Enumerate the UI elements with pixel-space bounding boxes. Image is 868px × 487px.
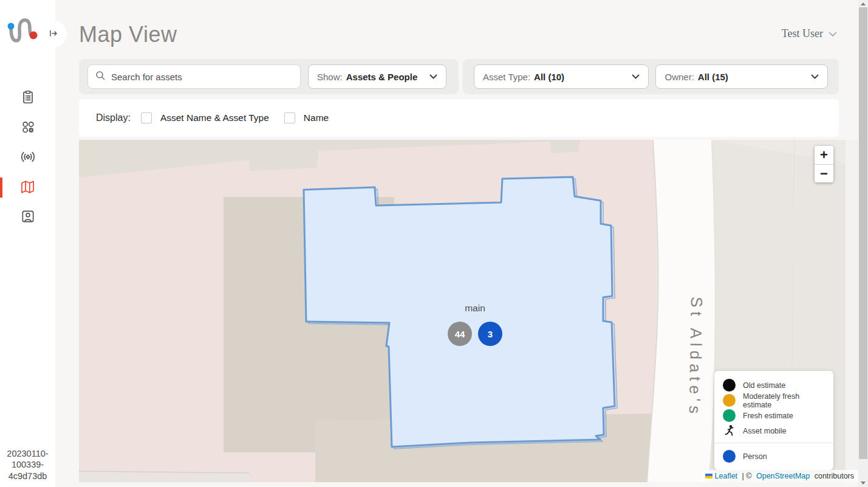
search-box: [87, 64, 301, 89]
chevron-down-icon: [429, 74, 437, 79]
chevron-down-icon: [811, 74, 819, 79]
zoom-out-button[interactable]: −: [815, 164, 833, 182]
beacon-icon: [20, 149, 36, 167]
asset-type-dropdown[interactable]: Asset Type: All (10): [474, 64, 649, 89]
sidebar-item-asset-types[interactable]: [0, 113, 55, 143]
scroll-down-arrow[interactable]: [861, 482, 866, 485]
sidebar-item-beacons[interactable]: [0, 143, 55, 173]
green-circle-marker: [723, 409, 736, 422]
people-cluster-badge[interactable]: 3: [478, 322, 502, 346]
display-option-name[interactable]: Name: [284, 112, 329, 123]
legend-item-person: Person: [714, 449, 833, 464]
map-zoom-control: + −: [815, 146, 833, 182]
attribution-separator: | ©: [740, 472, 754, 480]
leaflet-link[interactable]: Leaflet: [715, 472, 738, 480]
map-legend: Old estimate Moderately fresh estimate F…: [714, 371, 833, 470]
scroll-up-arrow[interactable]: [861, 2, 866, 5]
legend-label: Asset mobile: [743, 427, 787, 435]
chevron-down-icon: [632, 74, 640, 79]
street-label: St Aldate's: [686, 297, 706, 418]
page-scrollbar[interactable]: [858, 0, 868, 487]
asset-type-dropdown-value: All (10): [534, 72, 564, 82]
checkbox-unchecked[interactable]: [284, 112, 295, 123]
show-dropdown[interactable]: Show: Assets & People: [308, 64, 446, 89]
legend-item-old-estimate: Old estimate: [714, 378, 833, 393]
legend-label: Old estimate: [743, 381, 785, 390]
blue-circle-marker: [723, 450, 736, 463]
expand-arrow-icon: [48, 28, 59, 41]
map-attribution: Leaflet | © OpenStreetMap contributors: [702, 470, 858, 482]
categories-icon: [20, 119, 36, 137]
sidebar-item-map-view[interactable]: [0, 173, 55, 202]
map-icon: [19, 179, 36, 197]
display-options-card: Display: Asset Name & Asset Type Name: [79, 99, 839, 137]
openstreetmap-link[interactable]: OpenStreetMap: [756, 472, 810, 480]
asset-cluster-badge[interactable]: 44: [448, 322, 472, 346]
legend-label: Person: [743, 452, 767, 461]
owner-dropdown[interactable]: Owner: All (15): [655, 64, 828, 89]
logo-blue-dot: [8, 23, 15, 30]
people-cluster-count: 3: [488, 329, 493, 339]
orange-circle-marker: [723, 394, 736, 407]
asset-cluster-count: 44: [455, 329, 465, 339]
logo-red-dot: [30, 32, 38, 40]
clipboard-list-icon: [20, 89, 36, 107]
legend-item-asset-mobile: Asset mobile: [714, 423, 833, 438]
search-input[interactable]: [111, 72, 293, 82]
runner-icon: [723, 424, 736, 437]
filter-group-left: Show: Assets & People: [79, 59, 459, 94]
show-dropdown-value: Assets & People: [346, 72, 418, 82]
zoom-in-button[interactable]: +: [815, 146, 833, 164]
search-icon: [95, 71, 106, 83]
legend-item-moderately-fresh-estimate: Moderately fresh estimate: [714, 393, 833, 408]
attribution-suffix: contributors: [812, 472, 854, 480]
sidebar-item-people[interactable]: [0, 202, 55, 232]
checkbox-unchecked[interactable]: [141, 112, 152, 123]
app-window: 20230110-100339-4c9d73db Map View Test U…: [0, 0, 868, 487]
scrollbar-thumb[interactable]: [859, 7, 867, 459]
session-id: 20230110-100339-4c9d73db: [3, 448, 52, 482]
filter-group-right: Asset Type: All (10) Owner: All (15): [463, 59, 839, 94]
map-canvas[interactable]: St Aldate's main 44 3 + − Old estimate: [79, 140, 858, 482]
user-menu[interactable]: Test User: [782, 27, 837, 40]
owner-dropdown-value: All (15): [698, 72, 728, 82]
display-option-asset-name-type[interactable]: Asset Name & Asset Type: [141, 112, 269, 123]
app-logo: [5, 15, 43, 50]
legend-item-fresh-estimate: Fresh estimate: [714, 408, 833, 423]
checkbox-label: Asset Name & Asset Type: [160, 112, 269, 123]
show-dropdown-label: Show:: [317, 72, 343, 82]
user-card-icon: [20, 209, 36, 226]
checkbox-label: Name: [304, 112, 329, 123]
legend-divider: [714, 443, 833, 443]
black-circle-marker: [723, 379, 736, 392]
user-menu-label: Test User: [782, 27, 823, 40]
ukraine-flag-icon: [705, 474, 713, 478]
legend-label: Moderately fresh estimate: [743, 392, 825, 409]
building-name-label: main: [465, 303, 485, 313]
chevron-down-icon: [829, 27, 837, 40]
sidebar-expand-button[interactable]: [40, 21, 67, 47]
asset-type-dropdown-label: Asset Type:: [483, 72, 530, 82]
sidebar: 20230110-100339-4c9d73db: [0, 0, 55, 487]
sidebar-item-assets[interactable]: [0, 83, 55, 113]
display-label: Display:: [96, 112, 131, 123]
legend-label: Fresh estimate: [743, 412, 793, 420]
owner-dropdown-label: Owner:: [665, 72, 694, 82]
page-title: Map View: [79, 22, 177, 47]
